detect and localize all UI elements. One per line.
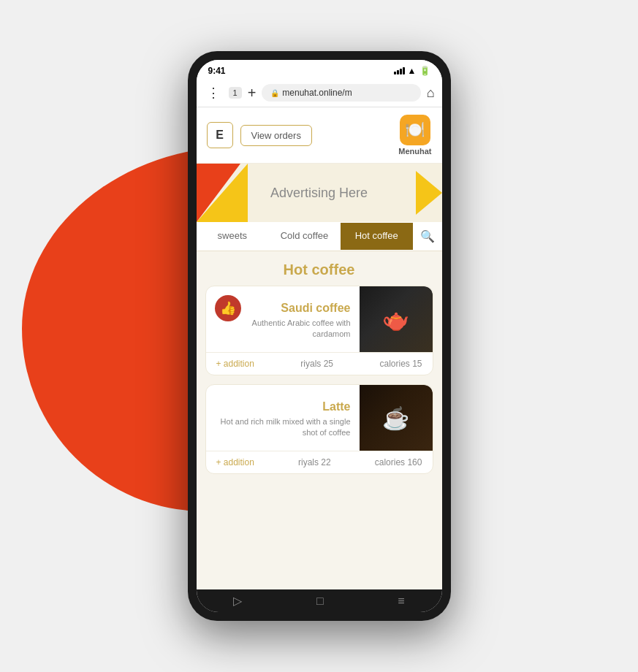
tab-sweets[interactable]: sweets bbox=[197, 223, 269, 250]
latte-emoji: ☕ bbox=[382, 405, 409, 431]
user-initial: E bbox=[216, 129, 224, 142]
user-avatar[interactable]: E bbox=[207, 122, 233, 148]
status-bar: 9:41 ▲ 🔋 bbox=[197, 60, 442, 79]
phone-frame: 9:41 ▲ 🔋 ⋮ 1 + bbox=[188, 51, 451, 621]
phone-nav-bar: ▷ □ ≡ bbox=[197, 589, 442, 612]
saudi-coffee-emoji: 🫖 bbox=[382, 307, 409, 332]
like-badge-saudi: 👍 bbox=[215, 295, 241, 321]
tab-hot-coffee-label: Hot coffee bbox=[355, 230, 398, 241]
ad-text: Advertising Here bbox=[270, 186, 368, 201]
addition-button-latte[interactable]: + addition bbox=[216, 457, 254, 467]
nav-back-icon[interactable]: ▷ bbox=[233, 594, 242, 608]
card-title-latte: Latte bbox=[216, 400, 351, 413]
price-latte: riyals 22 bbox=[298, 457, 331, 467]
card-footer-saudi: + addition riyals 25 calories 15 bbox=[206, 352, 433, 375]
card-image-saudi: 🫖 bbox=[360, 286, 433, 352]
status-time: 9:41 bbox=[208, 66, 226, 76]
page-content: Hot coffee 👍 Saudi coffee Authentic Arab… bbox=[197, 251, 442, 589]
ad-triangle-yellow bbox=[197, 164, 248, 222]
tab-hot-coffee[interactable]: Hot coffee bbox=[341, 223, 413, 250]
app-header: E View orders 🍽️ Menuhat bbox=[197, 107, 442, 164]
browser-chrome: ⋮ 1 + 🔒 menuhat.online/m ⌂ bbox=[197, 79, 442, 107]
view-orders-label: View orders bbox=[251, 130, 301, 141]
calories-latte: calories 160 bbox=[375, 457, 422, 467]
card-top-latte: Latte Hot and rich milk mixed with a sin… bbox=[206, 385, 433, 451]
card-footer-latte: + addition riyals 22 calories 160 bbox=[206, 451, 433, 473]
calories-saudi: calories 15 bbox=[379, 359, 422, 369]
ad-triangle-right bbox=[416, 171, 442, 215]
tab-cold-coffee-label: Cold coffee bbox=[281, 230, 329, 241]
browser-toolbar: ⋮ 1 + 🔒 menuhat.online/m ⌂ bbox=[204, 83, 435, 102]
logo-text: Menuhat bbox=[398, 147, 431, 156]
category-tabs: sweets Cold coffee Hot coffee 🔍 bbox=[197, 222, 442, 251]
browser-home-button[interactable]: ⌂ bbox=[427, 85, 435, 101]
battery-icon: 🔋 bbox=[419, 66, 430, 76]
ad-banner: Advertising Here bbox=[197, 164, 442, 222]
search-icon: 🔍 bbox=[420, 229, 435, 243]
browser-tab-button[interactable]: 1 bbox=[229, 87, 242, 99]
logo-icon: 🍽️ bbox=[400, 115, 430, 145]
tab-sweets-label: sweets bbox=[218, 230, 247, 241]
scene: 9:41 ▲ 🔋 ⋮ 1 + bbox=[0, 0, 638, 672]
menu-item-latte: Latte Hot and rich milk mixed with a sin… bbox=[205, 384, 433, 474]
nav-home-icon[interactable]: □ bbox=[316, 595, 324, 608]
time-display: 9:41 bbox=[208, 66, 226, 76]
card-title-saudi: Saudi coffee bbox=[246, 302, 351, 315]
card-desc-latte: Hot and rich milk mixed with a single sh… bbox=[216, 416, 351, 439]
browser-new-tab-button[interactable]: + bbox=[248, 85, 257, 102]
wifi-icon: ▲ bbox=[408, 66, 417, 76]
menu-item-saudi-coffee: 👍 Saudi coffee Authentic Arabic coffee w… bbox=[205, 286, 433, 375]
section-title: Hot coffee bbox=[197, 251, 442, 286]
nav-menu-icon[interactable]: ≡ bbox=[398, 595, 404, 608]
card-desc-saudi: Authentic Arabic coffee with cardamom bbox=[246, 318, 351, 340]
view-orders-button[interactable]: View orders bbox=[240, 125, 312, 146]
card-top-saudi: Saudi coffee Authentic Arabic coffee wit… bbox=[206, 286, 433, 352]
card-info-latte: Latte Hot and rich milk mixed with a sin… bbox=[206, 385, 360, 451]
addition-button-saudi[interactable]: + addition bbox=[216, 359, 254, 369]
logo-area: 🍽️ Menuhat bbox=[398, 115, 431, 156]
tab-cold-coffee[interactable]: Cold coffee bbox=[268, 223, 341, 250]
price-saudi: riyals 25 bbox=[300, 359, 333, 369]
lock-icon: 🔒 bbox=[270, 89, 279, 97]
card-image-latte: ☕ bbox=[360, 385, 433, 451]
phone-screen: 9:41 ▲ 🔋 ⋮ 1 + bbox=[197, 60, 442, 612]
browser-menu-button[interactable]: ⋮ bbox=[204, 83, 223, 102]
url-display: menuhat.online/m bbox=[282, 88, 352, 98]
status-icons: ▲ 🔋 bbox=[394, 66, 430, 76]
address-bar[interactable]: 🔒 menuhat.online/m bbox=[262, 84, 420, 102]
search-tab-button[interactable]: 🔍 bbox=[413, 222, 442, 251]
signal-icon bbox=[394, 67, 405, 75]
